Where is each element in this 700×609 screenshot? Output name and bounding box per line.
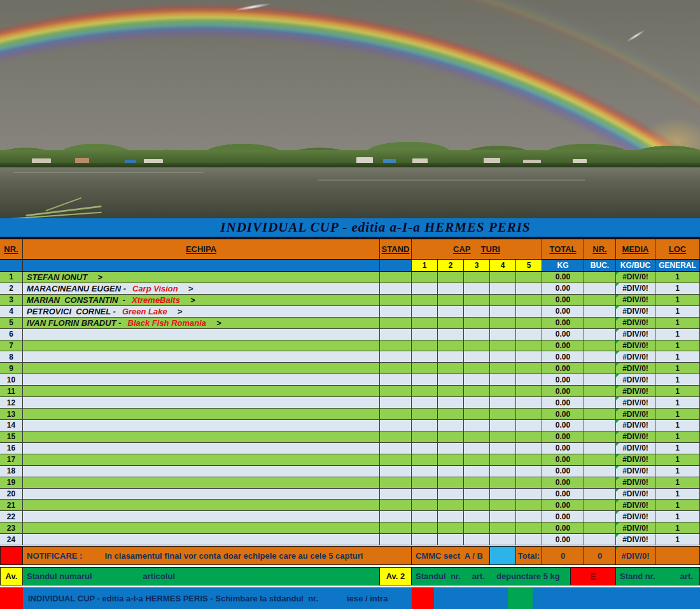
loc-general-cell[interactable]: 1 xyxy=(655,466,700,477)
total-kg-cell[interactable]: 0.00 xyxy=(542,511,584,522)
capture-cell-4[interactable] xyxy=(490,443,516,454)
capture-cell-3[interactable] xyxy=(464,431,490,442)
capture-cell-1[interactable] xyxy=(412,477,438,488)
capture-cell-5[interactable] xyxy=(516,420,542,431)
capture-cell-1[interactable] xyxy=(412,511,438,522)
capture-cell-4[interactable] xyxy=(490,318,516,328)
media-cell[interactable]: #DIV/0! xyxy=(616,500,655,510)
capture-cell-1[interactable] xyxy=(412,295,438,305)
team-cell[interactable] xyxy=(23,443,380,454)
total-kg-cell[interactable]: 0.00 xyxy=(542,534,584,545)
nr-buc-cell[interactable] xyxy=(584,340,616,351)
total-kg-cell[interactable]: 0.00 xyxy=(542,363,584,374)
media-cell[interactable]: #DIV/0! xyxy=(616,363,655,374)
capture-cell-3[interactable] xyxy=(464,522,490,533)
capture-cell-4[interactable] xyxy=(490,397,516,408)
loc-general-cell[interactable]: 1 xyxy=(655,272,700,283)
capture-cell-4[interactable] xyxy=(490,511,516,522)
total-kg-cell[interactable]: 0.00 xyxy=(542,295,584,305)
media-cell[interactable]: #DIV/0! xyxy=(616,522,655,533)
subheader-capture-2[interactable]: 2 xyxy=(438,260,464,271)
media-cell[interactable]: #DIV/0! xyxy=(616,272,655,283)
capture-cell-3[interactable] xyxy=(464,386,490,396)
stand-cell[interactable] xyxy=(380,522,412,533)
capture-cell-3[interactable] xyxy=(464,363,490,374)
team-cell[interactable] xyxy=(23,351,380,362)
media-cell[interactable]: #DIV/0! xyxy=(616,329,655,340)
capture-cell-1[interactable] xyxy=(412,386,438,396)
capture-cell-2[interactable] xyxy=(438,409,464,419)
capture-cell-4[interactable] xyxy=(490,329,516,340)
capture-cell-3[interactable] xyxy=(464,397,490,408)
nr-buc-cell[interactable] xyxy=(584,295,616,305)
capture-cell-2[interactable] xyxy=(438,454,464,465)
capture-cell-2[interactable] xyxy=(438,386,464,396)
total-kg-cell[interactable]: 0.00 xyxy=(542,351,584,362)
capture-cell-4[interactable] xyxy=(490,409,516,419)
capture-cell-4[interactable] xyxy=(490,431,516,442)
loc-general-cell[interactable]: 1 xyxy=(655,351,700,362)
nr-buc-cell[interactable] xyxy=(584,500,616,510)
capture-cell-1[interactable] xyxy=(412,351,438,362)
capture-cell-3[interactable] xyxy=(464,409,490,419)
stand-cell[interactable] xyxy=(380,329,412,340)
capture-cell-3[interactable] xyxy=(464,466,490,477)
total-kg-cell[interactable]: 0.00 xyxy=(542,329,584,340)
team-cell[interactable] xyxy=(23,374,380,385)
loc-general-cell[interactable]: 1 xyxy=(655,340,700,351)
stand-cell[interactable] xyxy=(380,306,412,317)
capture-cell-3[interactable] xyxy=(464,272,490,283)
subheader-general[interactable]: GENERAL xyxy=(655,260,700,271)
capture-cell-5[interactable] xyxy=(516,534,542,545)
capture-cell-5[interactable] xyxy=(516,340,542,351)
capture-cell-1[interactable] xyxy=(412,272,438,283)
capture-cell-3[interactable] xyxy=(464,295,490,305)
capture-cell-5[interactable] xyxy=(516,466,542,477)
team-cell[interactable] xyxy=(23,466,380,477)
media-cell[interactable]: #DIV/0! xyxy=(616,374,655,385)
capture-cell-2[interactable] xyxy=(438,318,464,328)
total-kg-cell[interactable]: 0.00 xyxy=(542,397,584,408)
loc-general-cell[interactable]: 1 xyxy=(655,306,700,317)
subheader-capture-3[interactable]: 3 xyxy=(464,260,490,271)
capture-cell-4[interactable] xyxy=(490,374,516,385)
capture-cell-5[interactable] xyxy=(516,489,542,500)
total-kg-cell[interactable]: 0.00 xyxy=(542,409,584,419)
capture-cell-1[interactable] xyxy=(412,306,438,317)
capture-cell-2[interactable] xyxy=(438,431,464,442)
subheader-capture-4[interactable]: 4 xyxy=(490,260,516,271)
nr-buc-cell[interactable] xyxy=(584,489,616,500)
loc-general-cell[interactable]: 1 xyxy=(655,409,700,419)
capture-cell-5[interactable] xyxy=(516,409,542,419)
subheader-kgbuc[interactable]: KG/BUC xyxy=(616,260,655,271)
team-cell[interactable] xyxy=(23,340,380,351)
total-kg-cell[interactable]: 0.00 xyxy=(542,454,584,465)
team-cell[interactable] xyxy=(23,420,380,431)
total-kg-sum-cell[interactable]: 0 xyxy=(542,546,584,565)
capture-cell-3[interactable] xyxy=(464,489,490,500)
header-total[interactable]: TOTAL xyxy=(542,239,584,259)
nr-buc-cell[interactable] xyxy=(584,420,616,431)
nr-buc-cell[interactable] xyxy=(584,272,616,283)
nr-buc-cell[interactable] xyxy=(584,318,616,328)
loc-general-cell[interactable]: 1 xyxy=(655,500,700,510)
stand-cell[interactable] xyxy=(380,431,412,442)
subheader-buc[interactable]: BUC. xyxy=(584,260,616,271)
total-kg-cell[interactable]: 0.00 xyxy=(542,431,584,442)
loc-general-cell[interactable]: 1 xyxy=(655,420,700,431)
capture-cell-2[interactable] xyxy=(438,329,464,340)
capture-cell-4[interactable] xyxy=(490,420,516,431)
capture-cell-1[interactable] xyxy=(412,443,438,454)
team-cell[interactable]: MARIAN CONSTANTIN -XtremeBaits> xyxy=(23,295,380,305)
capture-cell-5[interactable] xyxy=(516,351,542,362)
capture-cell-1[interactable] xyxy=(412,454,438,465)
stand-cell[interactable] xyxy=(380,511,412,522)
row-number-cell[interactable]: 2 xyxy=(0,283,23,294)
total-kg-cell[interactable]: 0.00 xyxy=(542,443,584,454)
subheader-capture-5[interactable]: 5 xyxy=(516,260,542,271)
stand-nr-cell[interactable]: Stand nr. art. xyxy=(616,567,700,585)
capture-cell-4[interactable] xyxy=(490,272,516,283)
loc-general-cell[interactable]: 1 xyxy=(655,489,700,500)
row-number-cell[interactable]: 3 xyxy=(0,295,23,305)
capture-cell-4[interactable] xyxy=(490,340,516,351)
